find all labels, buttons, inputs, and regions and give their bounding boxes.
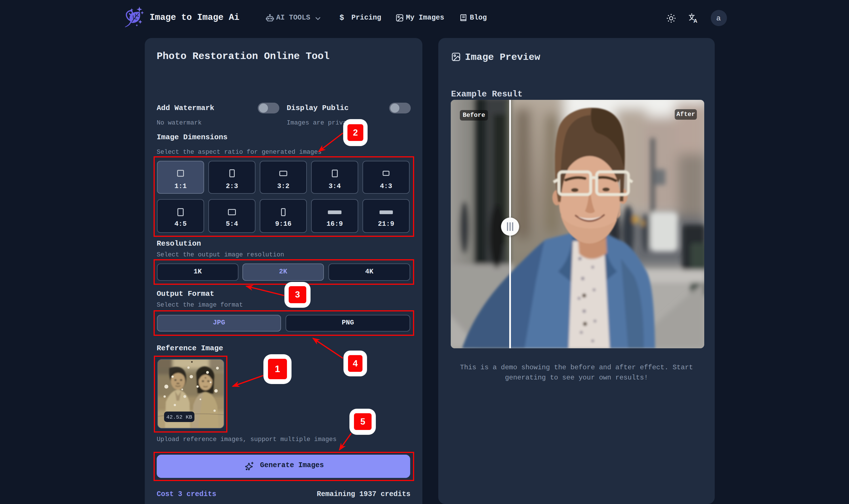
svg-text:A: A — [693, 18, 697, 23]
